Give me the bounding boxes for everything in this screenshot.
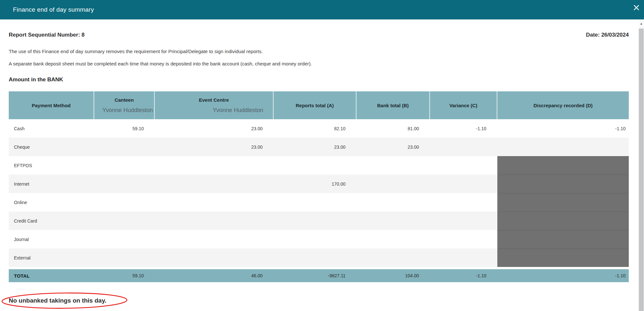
value-cell: -1.10: [497, 119, 629, 138]
total-label-cell: TOTAL: [9, 269, 94, 282]
value-cell: -1.10: [430, 119, 497, 138]
value-cell: 23.00: [274, 138, 356, 156]
value-cell: [497, 138, 629, 156]
report-date: Date: 26/03/2024: [586, 31, 629, 39]
close-button[interactable]: [632, 3, 640, 12]
payment-method-cell: Cash: [9, 119, 94, 138]
intro-line-1: The use of this Finance end of day summa…: [9, 48, 629, 55]
column-header-payment-method: Payment Method: [9, 91, 94, 119]
value-cell: [497, 156, 629, 175]
modal-titlebar: Finance end of day summary: [0, 0, 644, 19]
payment-method-cell: EFTPOS: [9, 156, 94, 175]
report-sequential-number: Report Sequential Number: 8: [9, 31, 85, 39]
scrollbar-thumb[interactable]: [639, 29, 644, 311]
value-cell: [94, 156, 155, 175]
column-header-reports-total: Reports total (A): [274, 91, 356, 119]
payment-method-cell: Internet: [9, 175, 94, 193]
value-cell: [497, 175, 629, 193]
column-header-variance: Variance (C): [430, 91, 497, 119]
unbanked-note-text: No unbanked takings on this day.: [1, 297, 107, 304]
value-cell: [155, 193, 274, 212]
value-cell: 23.00: [356, 138, 430, 156]
bank-table-header: Payment Method Canteen Yvonne Huddleston…: [9, 91, 629, 119]
table-row-online: Online: [9, 193, 629, 212]
modal-title: Finance end of day summary: [13, 6, 94, 13]
value-cell: 23.00: [155, 138, 274, 156]
value-cell: [94, 193, 155, 212]
payment-method-cell: Journal: [9, 230, 94, 248]
close-icon: [633, 5, 639, 11]
modal-content: Report Sequential Number: 8 Date: 26/03/…: [0, 31, 644, 309]
intro-line-2: A separate bank deposit sheet must be co…: [9, 61, 629, 67]
value-cell: [155, 156, 274, 175]
canteen-operator-name: Yvonne Huddleston: [94, 107, 154, 114]
column-header-event-centre: Event Centre Yvonne Huddleston: [155, 91, 274, 119]
value-cell: [497, 212, 629, 230]
table-row-internet: Internet170.00: [9, 175, 629, 193]
value-cell: [497, 193, 629, 212]
value-cell: [274, 248, 356, 267]
value-cell: 81.00: [356, 119, 430, 138]
section-heading: Amount in the BANK: [9, 76, 629, 83]
table-row-cheque: Cheque23.0023.0023.00: [9, 138, 629, 156]
payment-method-cell: Online: [9, 193, 94, 212]
value-cell: 170.00: [274, 175, 356, 193]
table-row-journal: Journal: [9, 230, 629, 248]
table-row-external: External: [9, 248, 629, 267]
event-centre-operator-name: Yvonne Huddleston: [155, 107, 273, 114]
value-cell: [356, 193, 430, 212]
total-canteen-cell: 59.10: [94, 269, 155, 282]
value-cell: [155, 175, 274, 193]
bank-table-total-row: TOTAL 59.10 46.00 -9827.11 104.00 -1.10 …: [9, 269, 629, 282]
value-cell: [155, 248, 274, 267]
value-cell: 82.10: [274, 119, 356, 138]
value-cell: [94, 248, 155, 267]
vertical-scrollbar[interactable]: ▲: [638, 19, 644, 311]
value-cell: [430, 248, 497, 267]
payment-method-cell: Credit Card: [9, 212, 94, 230]
total-event-centre-cell: 46.00: [155, 269, 274, 282]
value-cell: [356, 156, 430, 175]
bank-table-body: Cash59.1023.0082.1081.00-1.10-1.10Cheque…: [9, 119, 629, 267]
value-cell: [94, 175, 155, 193]
value-cell: [356, 175, 430, 193]
value-cell: [430, 138, 497, 156]
payment-method-cell: External: [9, 248, 94, 267]
payment-method-cell: Cheque: [9, 138, 94, 156]
value-cell: [274, 193, 356, 212]
value-cell: [274, 212, 356, 230]
value-cell: [94, 230, 155, 248]
report-line: Report Sequential Number: 8 Date: 26/03/…: [9, 31, 629, 39]
total-bank-cell: 104.00: [356, 269, 430, 282]
finance-summary-modal: Finance end of day summary Report Sequen…: [0, 0, 644, 311]
value-cell: [155, 212, 274, 230]
column-header-discrepancy: Discrepancy recorded (D): [497, 91, 629, 119]
value-cell: [356, 212, 430, 230]
value-cell: [274, 230, 356, 248]
value-cell: [497, 230, 629, 248]
value-cell: [430, 193, 497, 212]
value-cell: [155, 230, 274, 248]
value-cell: [94, 138, 155, 156]
value-cell: [497, 248, 629, 267]
column-header-bank-total: Bank total (B): [356, 91, 430, 119]
table-row-credit-card: Credit Card: [9, 212, 629, 230]
unbanked-note: No unbanked takings on this day.: [1, 292, 128, 309]
value-cell: [356, 248, 430, 267]
table-row-eftpos: EFTPOS: [9, 156, 629, 175]
column-header-canteen: Canteen Yvonne Huddleston: [94, 91, 155, 119]
bank-table: Payment Method Canteen Yvonne Huddleston…: [9, 91, 629, 282]
total-reports-cell: -9827.11: [274, 269, 356, 282]
value-cell: [430, 175, 497, 193]
value-cell: [356, 230, 430, 248]
scrollbar-up-arrow[interactable]: ▲: [638, 19, 644, 28]
value-cell: [430, 156, 497, 175]
table-row-cash: Cash59.1023.0082.1081.00-1.10-1.10: [9, 119, 629, 138]
value-cell: [430, 212, 497, 230]
value-cell: [94, 212, 155, 230]
total-variance-cell: -1.10: [430, 269, 497, 282]
value-cell: [274, 156, 356, 175]
value-cell: 23.00: [155, 119, 274, 138]
total-discrepancy-cell: -1.10: [497, 269, 629, 282]
value-cell: [430, 230, 497, 248]
